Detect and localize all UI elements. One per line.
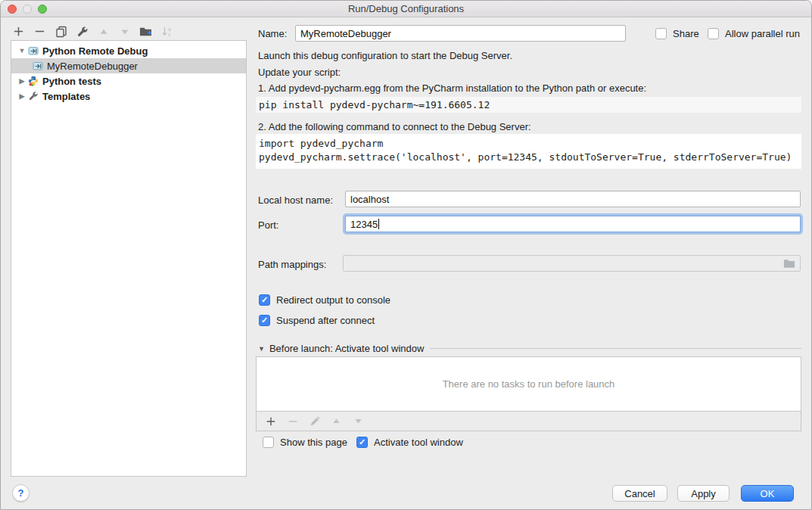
templates-wrench-icon — [27, 90, 39, 102]
apply-button[interactable]: Apply — [677, 485, 730, 502]
cancel-button[interactable]: Cancel — [612, 485, 667, 502]
redirect-output-checkbox[interactable]: ✓ — [259, 294, 270, 306]
port-value: 12345 — [350, 219, 378, 230]
help-question-mark: ? — [18, 487, 24, 499]
name-value: MyRemoteDebugger — [300, 28, 391, 39]
edit-templates-wrench-icon[interactable] — [75, 24, 89, 39]
run-debug-configurations-dialog: Run/Debug Configurations az ▼ Python Rem… — [0, 0, 812, 510]
tree-item-python-tests[interactable]: ▶ Python tests — [11, 73, 246, 89]
pip-install-code: pip install pydevd-pycharm~=191.6605.12 — [256, 97, 801, 113]
edit-task-pencil-icon — [307, 414, 322, 428]
activate-tool-window-row: ✓ Activate tool window — [356, 437, 463, 448]
tree-item-label: Templates — [42, 91, 90, 102]
redirect-output-label: Redirect output to console — [276, 294, 390, 306]
activate-tool-window-checkbox[interactable]: ✓ — [356, 437, 368, 448]
remove-task-icon — [285, 414, 300, 428]
tasks-toolbar — [257, 411, 801, 431]
suspend-after-connect-label: Suspend after connect — [276, 315, 375, 326]
python-tests-icon — [27, 75, 39, 87]
port-label: Port: — [258, 219, 278, 231]
apply-button-label: Apply — [691, 488, 716, 499]
add-task-icon[interactable] — [263, 414, 278, 428]
remote-debug-config-icon — [27, 45, 39, 57]
suspend-after-connect-row: ✓ Suspend after connect — [259, 315, 375, 326]
chevron-right-icon[interactable]: ▶ — [17, 92, 27, 100]
help-button[interactable]: ? — [12, 484, 30, 502]
ok-button-label: OK — [761, 488, 775, 499]
share-checkbox[interactable] — [655, 28, 667, 39]
titlebar: Run/Debug Configurations — [1, 1, 811, 17]
chevron-right-icon[interactable]: ▶ — [17, 77, 27, 85]
allow-parallel-checkbox-row: Allow parallel run — [708, 25, 800, 42]
text-caret — [378, 219, 379, 229]
suspend-after-connect-checkbox[interactable]: ✓ — [259, 315, 270, 326]
settrace-code-block: import pydevd_pycharmpydevd_pycharm.sett… — [256, 134, 801, 169]
chevron-down-icon[interactable]: ▼ — [258, 345, 265, 353]
copy-configuration-icon[interactable] — [54, 24, 68, 39]
show-this-page-row: Show this page — [263, 437, 347, 448]
update-script-text: Update your script: — [258, 67, 341, 78]
add-configuration-icon[interactable] — [11, 24, 26, 39]
show-this-page-checkbox[interactable] — [263, 437, 274, 448]
remove-configuration-icon[interactable] — [33, 24, 47, 39]
move-task-up-icon — [329, 414, 344, 428]
move-down-icon — [117, 24, 132, 39]
activate-tool-window-label: Activate tool window — [374, 437, 463, 448]
local-host-label: Local host name: — [258, 194, 333, 206]
step1-text: 1. Add pydevd-pycharm.egg from the PyCha… — [258, 82, 646, 94]
pip-install-command: pip install pydevd-pycharm~=191.6605.12 — [259, 99, 490, 110]
move-task-down-icon — [351, 414, 366, 428]
step2-text: 2. Add the following command to connect … — [258, 121, 531, 132]
before-launch-header[interactable]: ▼ Before launch: Activate tool window — [258, 343, 801, 354]
svg-text:a: a — [168, 26, 171, 31]
browse-folder-icon[interactable] — [783, 259, 795, 269]
name-input[interactable]: MyRemoteDebugger — [295, 25, 626, 42]
code-line-1: import pydevd_pycharm — [259, 138, 383, 149]
configurations-tree: ▼ Python Remote Debug MyRemoteDebugger ▶… — [11, 40, 247, 477]
tree-item-label: MyRemoteDebugger — [47, 61, 138, 72]
tree-item-label: Python Remote Debug — [42, 45, 148, 57]
redirect-output-row: ✓ Redirect output to console — [259, 294, 390, 306]
new-folder-icon[interactable] — [138, 24, 153, 39]
path-mappings-label: Path mappings: — [258, 259, 326, 270]
chevron-down-icon[interactable]: ▼ — [17, 47, 27, 54]
no-tasks-message: There are no tasks to run before launch — [257, 357, 801, 411]
remote-debug-config-icon — [32, 60, 44, 72]
tree-item-python-remote-debug[interactable]: ▼ Python Remote Debug — [11, 43, 246, 58]
tree-item-templates[interactable]: ▶ Templates — [11, 89, 246, 104]
before-launch-label: Before launch: Activate tool window — [269, 343, 425, 354]
share-label: Share — [673, 28, 699, 39]
path-mappings-input[interactable] — [343, 255, 801, 272]
allow-parallel-run-label: Allow parallel run — [725, 28, 800, 39]
local-host-input[interactable]: localhost — [345, 191, 801, 207]
tree-item-myremotedebugger[interactable]: MyRemoteDebugger — [11, 58, 246, 73]
before-launch-tasks-panel: There are no tasks to run before launch — [256, 356, 801, 431]
tree-item-label: Python tests — [42, 76, 101, 87]
ok-button[interactable]: OK — [741, 485, 794, 502]
configurations-toolbar: az — [11, 24, 174, 39]
name-label: Name: — [258, 28, 287, 39]
port-input[interactable]: 12345 — [345, 216, 801, 232]
sort-alphabetically-icon: az — [160, 24, 174, 39]
allow-parallel-run-checkbox[interactable] — [708, 28, 719, 39]
code-line-2: pydevd_pycharm.settrace('localhost', por… — [259, 151, 792, 163]
window-title: Run/Debug Configurations — [1, 3, 811, 14]
move-up-icon — [96, 24, 110, 39]
intro-text: Launch this debug configuration to start… — [258, 50, 512, 61]
local-host-value: localhost — [350, 194, 389, 205]
section-divider — [430, 348, 801, 349]
svg-text:z: z — [168, 32, 171, 37]
cancel-button-label: Cancel — [624, 488, 655, 499]
show-this-page-label: Show this page — [280, 437, 347, 448]
share-checkbox-row: Share — [655, 25, 699, 42]
